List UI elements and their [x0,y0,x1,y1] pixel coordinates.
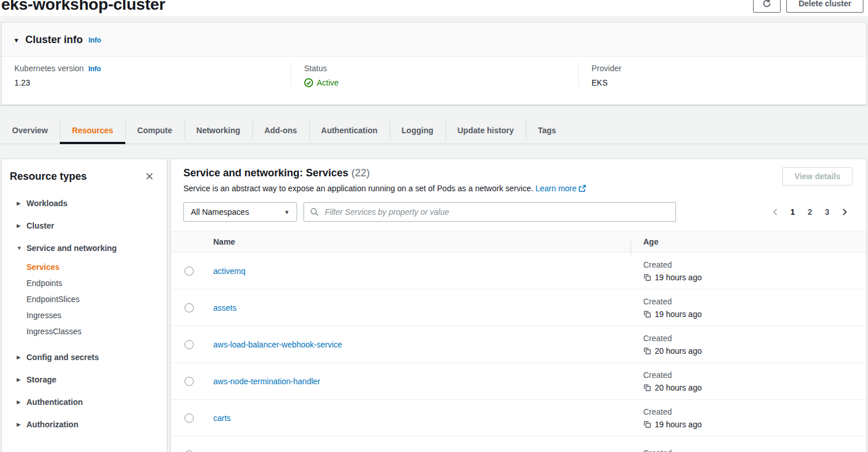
age-value: 19 hours ago [655,420,702,429]
tab-add-ons[interactable]: Add-ons [252,117,309,144]
sidebar-item-label: Service and networking [26,244,117,253]
tab-authentication[interactable]: Authentication [309,117,390,144]
provider-label: Provider [592,64,621,73]
services-panel-title: Service and networking: Services (22) [183,167,586,179]
row-radio[interactable] [185,266,194,276]
service-link[interactable]: activemq [213,266,245,276]
copy-icon [643,347,651,355]
resource-types-title: Resource types [10,171,87,183]
age-value: 20 hours ago [655,346,702,356]
caret-right-icon: ▶ [17,422,22,427]
service-link[interactable]: carts [213,414,231,423]
cluster-info-title: Cluster info [25,34,83,46]
created-label: Created [643,297,866,306]
status-label: Status [304,64,327,73]
sidebar-item-config-and-secrets[interactable]: ▶ Config and secrets [17,353,156,362]
kubernetes-version-field: Kubernetes version Info 1.23 [2,64,291,87]
services-description: Service is an abstract way to expose an … [183,184,586,193]
row-radio[interactable] [185,450,194,452]
services-panel: Service and networking: Services (22) Se… [170,159,867,452]
search-icon [310,207,319,217]
resource-types-tree: ▶ Workloads ▶ Cluster ▼ Service and netw… [17,199,156,429]
learn-more-label: Learn more [535,184,577,193]
created-label: Created [643,260,866,269]
services-table: Name Age activemq Created 19 hours ago [171,231,866,452]
column-header-age: Age [631,237,866,246]
column-header-name: Name [211,237,631,246]
created-label: Created [643,370,866,380]
copy-icon [643,273,651,281]
pagination-page-2[interactable]: 2 [802,204,818,220]
row-radio[interactable] [185,414,194,423]
cluster-tabs: Overview Resources Compute Networking Ad… [0,117,868,144]
tab-compute[interactable]: Compute [125,117,185,144]
kubernetes-version-info-link[interactable]: Info [89,65,101,73]
table-row: Created [171,436,866,452]
tab-update-history[interactable]: Update history [445,117,526,144]
services-description-text: Service is an abstract way to expose an … [183,184,533,193]
services-search [304,202,676,222]
cluster-info-info-link[interactable]: Info [89,36,101,44]
sidebar-item-label: Authorization [26,420,78,429]
sidebar-item-ingressclasses[interactable]: IngressClasses [26,323,156,339]
caret-right-icon: ▶ [17,399,22,405]
row-radio[interactable] [185,303,194,312]
sidebar-item-label: Authentication [26,397,83,407]
tab-overview[interactable]: Overview [0,117,60,144]
check-circle-icon [304,78,313,87]
table-row: assets Created 19 hours ago [171,289,866,326]
sidebar-item-services[interactable]: Services [26,259,156,275]
search-input[interactable] [304,202,676,222]
close-panel-button[interactable] [143,169,156,183]
row-radio[interactable] [185,340,194,349]
pagination-page-3[interactable]: 3 [819,204,835,220]
sidebar-item-authentication[interactable]: ▶ Authentication [17,397,156,407]
tab-tags[interactable]: Tags [526,117,569,144]
tab-resources[interactable]: Resources [60,117,125,144]
learn-more-link[interactable]: Learn more [535,184,586,193]
kubernetes-version-label: Kubernetes version [14,64,84,73]
table-header-row: Name Age [171,231,866,253]
delete-cluster-button[interactable]: Delete cluster [786,0,863,13]
cluster-info-header[interactable]: ▼ Cluster info Info [2,22,866,56]
sidebar-item-label: Storage [26,375,56,384]
tab-networking[interactable]: Networking [185,117,252,144]
table-row: aws-node-termination-handler Created 20 … [171,363,866,400]
pagination: 1 2 3 [767,204,852,220]
sidebar-item-label: Cluster [26,221,54,230]
header-actions: Delete cluster [753,0,863,13]
service-link[interactable]: assets [213,303,236,312]
sidebar-item-endpoints[interactable]: Endpoints [26,275,156,291]
sidebar-item-workloads[interactable]: ▶ Workloads [17,199,156,208]
caret-down-icon[interactable]: ▼ [13,37,20,44]
view-details-button[interactable]: View details [782,167,852,186]
refresh-button[interactable] [753,0,781,13]
sidebar-item-storage[interactable]: ▶ Storage [17,375,156,384]
refresh-icon [762,0,771,8]
sidebar-item-service-and-networking[interactable]: ▼ Service and networking [17,244,156,253]
age-value: 19 hours ago [655,310,702,319]
table-row: aws-load-balancer-webhook-service Create… [171,326,866,363]
cluster-info-body: Kubernetes version Info 1.23 Status Acti… [2,56,866,105]
sidebar-item-ingresses[interactable]: Ingresses [26,307,156,323]
table-row: carts Created 19 hours ago [171,400,866,436]
sidebar-item-endpointslices[interactable]: EndpointSlices [26,291,156,307]
copy-icon [643,384,651,392]
service-link[interactable]: aws-node-termination-handler [213,377,320,386]
sidebar-item-authorization[interactable]: ▶ Authorization [17,420,156,429]
tab-logging[interactable]: Logging [390,117,445,144]
external-link-icon [578,184,586,192]
pagination-prev-button[interactable] [767,204,783,220]
pagination-page-1[interactable]: 1 [785,204,801,220]
namespace-filter-value: All Namespaces [191,207,249,217]
sidebar-item-label: Workloads [26,199,67,208]
resources-content: Resource types ▶ Workloads ▶ Cluster [1,159,867,452]
pagination-next-button[interactable] [836,204,852,220]
sidebar-item-cluster[interactable]: ▶ Cluster [17,221,156,230]
service-link[interactable]: aws-load-balancer-webhook-service [213,340,342,349]
namespace-filter-select[interactable]: All Namespaces ▼ [183,202,297,222]
row-radio[interactable] [185,377,194,386]
sidebar-item-label: Config and secrets [26,353,99,362]
service-networking-children: Services Endpoints EndpointSlices Ingres… [26,259,156,339]
close-icon [145,172,154,181]
